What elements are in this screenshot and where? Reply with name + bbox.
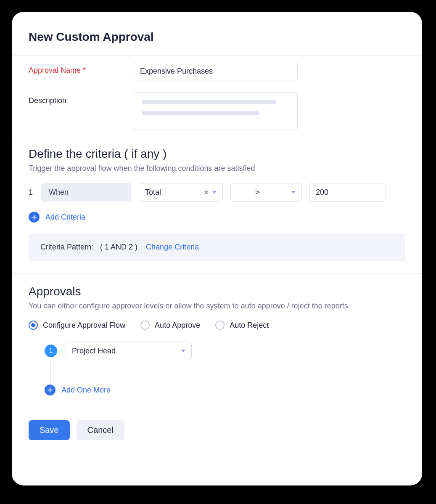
criteria-row: 1 When Total ✕ > 200 bbox=[12, 183, 422, 209]
criteria-operator-select[interactable]: > bbox=[230, 183, 302, 202]
criteria-heading: Define the criteria ( if any ) bbox=[12, 136, 422, 164]
approver-select[interactable]: Project Head bbox=[66, 342, 192, 360]
approval-form-card: New Custom Approval Approval Name * Desc… bbox=[12, 12, 422, 485]
cancel-button[interactable]: Cancel bbox=[77, 420, 124, 440]
approver-step-row: 1 Project Head bbox=[12, 342, 422, 360]
radio-icon bbox=[29, 321, 38, 330]
radio-label: Auto Reject bbox=[230, 321, 269, 330]
clear-icon[interactable]: ✕ bbox=[203, 188, 209, 196]
criteria-when-label: When bbox=[49, 188, 69, 197]
page-title: New Custom Approval bbox=[12, 22, 422, 56]
add-approver-row: Add One More bbox=[12, 385, 422, 408]
add-criteria-row: Add Criteria bbox=[12, 209, 422, 233]
approval-mode-radios: Configure Approval Flow Auto Approve Aut… bbox=[12, 321, 422, 342]
description-label: Description bbox=[29, 92, 134, 105]
description-row: Description bbox=[12, 86, 422, 136]
criteria-hint: Trigger the approval flow when the follo… bbox=[12, 164, 422, 183]
pattern-value: ( 1 AND 2 ) bbox=[100, 243, 137, 252]
approval-name-row: Approval Name * bbox=[12, 56, 422, 86]
criteria-operator-value: > bbox=[255, 188, 260, 197]
chevron-down-icon bbox=[291, 191, 296, 194]
placeholder-line bbox=[142, 111, 259, 115]
save-button[interactable]: Save bbox=[29, 420, 70, 440]
approval-name-input[interactable] bbox=[134, 62, 298, 80]
radio-auto-approve[interactable]: Auto Approve bbox=[140, 321, 200, 330]
svg-rect-1 bbox=[32, 217, 37, 218]
criteria-when-box: When bbox=[41, 183, 131, 202]
add-approver-button[interactable] bbox=[45, 385, 55, 395]
add-approver-link[interactable]: Add One More bbox=[61, 386, 111, 395]
radio-icon bbox=[215, 321, 225, 330]
criteria-field-value: Total bbox=[145, 188, 161, 197]
approver-value: Project Head bbox=[72, 347, 116, 355]
radio-configure-flow[interactable]: Configure Approval Flow bbox=[29, 321, 125, 330]
approvals-heading: Approvals bbox=[12, 274, 422, 302]
radio-label: Configure Approval Flow bbox=[43, 321, 125, 330]
plus-icon bbox=[31, 214, 37, 220]
add-criteria-link[interactable]: Add Criteria bbox=[45, 213, 85, 222]
step-badge: 1 bbox=[45, 345, 57, 357]
description-input[interactable] bbox=[134, 92, 298, 130]
criteria-index: 1 bbox=[29, 188, 34, 197]
pattern-label: Criteria Pattern: bbox=[40, 243, 93, 252]
add-criteria-button[interactable] bbox=[29, 212, 40, 223]
criteria-value-input[interactable]: 200 bbox=[309, 183, 386, 202]
radio-icon bbox=[140, 321, 150, 330]
criteria-pattern-bar: Criteria Pattern: ( 1 AND 2 ) Change Cri… bbox=[29, 233, 405, 261]
approval-name-label: Approval Name * bbox=[29, 62, 134, 75]
chevron-down-icon bbox=[212, 191, 217, 194]
criteria-field-select[interactable]: Total ✕ bbox=[139, 183, 223, 202]
criteria-value-text: 200 bbox=[316, 188, 328, 197]
footer: Save Cancel bbox=[12, 410, 422, 450]
radio-label: Auto Approve bbox=[155, 321, 200, 330]
approvals-hint: You can either configure approver levels… bbox=[12, 302, 422, 321]
svg-rect-3 bbox=[48, 390, 53, 390]
placeholder-line bbox=[142, 100, 276, 104]
radio-auto-reject[interactable]: Auto Reject bbox=[215, 321, 269, 330]
change-criteria-link[interactable]: Change Criteria bbox=[146, 243, 199, 252]
flow-connector-line bbox=[50, 361, 51, 384]
plus-icon bbox=[47, 387, 53, 393]
chevron-down-icon bbox=[181, 350, 185, 352]
